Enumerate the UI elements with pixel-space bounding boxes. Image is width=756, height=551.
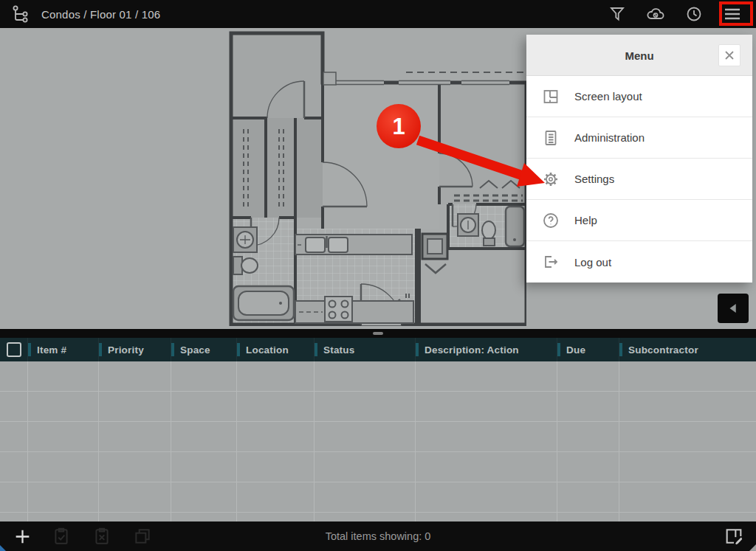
copy-icon[interactable] [126, 521, 159, 551]
clipboard-x-icon[interactable] [86, 521, 118, 551]
history-icon[interactable] [675, 0, 713, 28]
bottom-bar: Total items showing: 0 [0, 521, 756, 551]
items-table-body [0, 361, 756, 521]
column-header-priority[interactable]: Priority [98, 338, 171, 361]
logout-icon [542, 253, 560, 271]
column-header-item[interactable]: Item # [27, 338, 98, 361]
items-table-header: Item # Priority Space Location Status De… [0, 338, 756, 361]
column-accent [171, 343, 174, 356]
menu-item-log-out[interactable]: Log out [526, 241, 752, 283]
top-bar: Condos / Floor 01 / 106 [0, 0, 756, 28]
column-divider [27, 361, 28, 521]
column-header-subcontractor[interactable]: Subcontractor [619, 338, 756, 361]
hierarchy-icon[interactable] [0, 0, 41, 28]
column-divider [236, 361, 237, 521]
close-icon[interactable] [718, 44, 740, 66]
table-edit-icon[interactable] [718, 521, 750, 551]
settings-gear-icon [542, 170, 560, 188]
column-header-status[interactable]: Status [314, 338, 415, 361]
floor-plan[interactable] [221, 30, 526, 326]
column-accent [619, 343, 622, 356]
column-header-due[interactable]: Due [557, 338, 619, 361]
menu-item-label: Settings [574, 173, 614, 185]
help-icon [542, 212, 560, 229]
cloud-sync-icon[interactable] [636, 0, 675, 28]
column-divider [619, 361, 619, 521]
column-header-location[interactable]: Location [236, 338, 314, 361]
column-divider [557, 361, 557, 521]
splitter-drag-handle[interactable] [373, 332, 383, 335]
column-divider [314, 361, 315, 521]
back-triangle-icon [726, 302, 740, 315]
column-header-space[interactable]: Space [171, 338, 236, 361]
menu-panel: Menu Screen layout Administration [526, 35, 752, 283]
select-all-checkbox[interactable] [7, 342, 21, 357]
app-root: Condos / Floor 01 / 106 [0, 0, 756, 551]
column-accent [416, 343, 419, 356]
column-accent [28, 343, 31, 356]
corner-resize-handle[interactable] [749, 544, 756, 551]
column-header-description[interactable]: Description: Action [415, 338, 557, 361]
clipboard-check-icon[interactable] [45, 521, 78, 551]
column-accent [557, 343, 560, 356]
collapse-panel-button[interactable] [718, 294, 749, 323]
column-accent [315, 343, 317, 356]
menu-item-label: Screen layout [574, 90, 642, 103]
menu-item-administration[interactable]: Administration [526, 117, 752, 159]
administration-icon [542, 129, 560, 147]
menu-item-settings[interactable]: Settings [526, 159, 752, 200]
column-divider [171, 361, 171, 521]
menu-item-help[interactable]: Help [526, 200, 752, 241]
column-accent [237, 343, 240, 356]
panel-splitter [0, 329, 756, 338]
top-bar-actions [598, 0, 752, 28]
menu-icon[interactable] [713, 0, 752, 28]
column-accent [99, 343, 102, 356]
screen-layout-icon [542, 88, 560, 105]
menu-item-label: Help [574, 214, 597, 226]
menu-item-label: Log out [574, 256, 611, 268]
column-divider [98, 361, 99, 521]
menu-header: Menu [526, 35, 752, 76]
select-all-cell [0, 338, 27, 361]
plan-rooms [231, 33, 526, 325]
breadcrumb[interactable]: Condos / Floor 01 / 106 [41, 8, 160, 21]
menu-item-screen-layout[interactable]: Screen layout [526, 76, 752, 117]
plan-windows [336, 72, 525, 85]
add-item-icon[interactable] [6, 521, 38, 551]
menu-item-label: Administration [574, 131, 645, 144]
column-divider [415, 361, 416, 521]
corner-indicator-blue [0, 545, 6, 551]
filter-icon[interactable] [598, 0, 636, 28]
